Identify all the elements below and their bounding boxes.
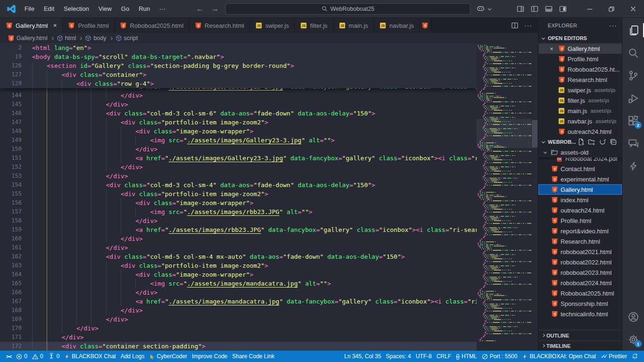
status-0[interactable]: 0 — [14, 351, 30, 362]
close-tab-icon[interactable]: × — [53, 22, 57, 29]
tree-item-roboboat2021.html[interactable]: 5roboboat2021.html — [538, 247, 622, 257]
status-ln-345-col-35[interactable]: Ln 345, Col 35 — [342, 351, 383, 362]
copilot-menu[interactable] — [476, 4, 493, 13]
toggle-panel-left-icon[interactable] — [531, 5, 538, 13]
menu-go[interactable]: Go — [117, 3, 133, 14]
breadcrumb-body[interactable]: body — [85, 35, 106, 41]
tree-item-Research.html[interactable]: 5Research.html — [538, 236, 622, 247]
status-remote-icon[interactable]: >< — [4, 351, 14, 362]
tree-item-roboboat2022.html[interactable]: 5roboboat2022.html — [538, 257, 622, 267]
menu-file[interactable]: File — [20, 3, 39, 14]
tree-item-outreach24.html[interactable]: 5outreach24.html — [538, 205, 622, 215]
tab-filter.js[interactable]: JSfilter.js — [295, 18, 333, 33]
status-crlf[interactable]: CRLF — [434, 351, 454, 362]
scrollbar-thumb[interactable] — [532, 120, 537, 148]
search-icon[interactable] — [622, 41, 644, 64]
close-editor-icon[interactable]: × — [548, 45, 555, 52]
status-cybercoder[interactable]: CyberCoder — [147, 351, 190, 362]
tree-item-experimental.html[interactable]: 5experimental.html — [538, 174, 622, 184]
breadcrumb-script[interactable]: script — [116, 35, 138, 41]
open-editor-filter.js[interactable]: JSfilter.jsassets\js — [538, 95, 622, 106]
editor-more-actions[interactable]: ··· — [524, 22, 532, 29]
open-editor-main.js[interactable]: JSmain.jsassets\js — [538, 106, 622, 116]
open-editor-Roboboat2025.ht...[interactable]: 5Roboboat2025.ht... — [538, 64, 622, 74]
tree-item-Gallery.html[interactable]: 5Gallery.html — [538, 184, 622, 195]
bolt-icon[interactable] — [622, 155, 644, 177]
tab-main.js[interactable]: JSmain.js — [333, 18, 374, 33]
timeline-section[interactable]: TIMELINE — [538, 340, 622, 351]
tree-item-Profile.html[interactable]: 5Profile.html — [538, 215, 622, 226]
status-bell-icon[interactable] — [629, 351, 640, 362]
menu-edit[interactable]: Edit — [40, 3, 58, 14]
code-editor[interactable]: 143<a href="./assets/images/Gallery23-2.… — [0, 43, 477, 351]
open-editor-Gallery.html[interactable]: ×5Gallery.html — [538, 43, 622, 54]
status-blackboxai-open-chat[interactable]: BLACKBOXAI: Open Chat — [520, 351, 598, 362]
chat-icon[interactable] — [622, 132, 644, 155]
breadcrumb-html[interactable]: html — [57, 35, 76, 41]
open-editors-header[interactable]: OPEN EDITORS — [538, 33, 622, 43]
tree-item-clipped[interactable]: PDF Roboboat 2024.pdf — [538, 157, 622, 164]
new-folder-icon[interactable] — [588, 138, 595, 146]
tree-item-Contact.html[interactable]: 5Contact.html — [538, 164, 622, 174]
status-0[interactable]: 0 — [46, 351, 62, 362]
extensions-icon[interactable]: 2 — [622, 109, 644, 132]
close-window-button[interactable] — [622, 0, 644, 17]
status-html[interactable]: {̴}HTML — [454, 351, 479, 362]
tab-Research.html[interactable]: 5Research.html — [189, 18, 250, 33]
tree-item-index.html[interactable]: 5index.html — [538, 195, 622, 205]
history-forward-icon[interactable]: → — [211, 5, 219, 13]
collapse-folders-icon[interactable] — [610, 138, 617, 146]
minimap[interactable] — [477, 43, 531, 351]
settings-gear-icon[interactable]: 1 — [622, 328, 644, 351]
tab-navbar.js[interactable]: JSnavbar.js — [374, 18, 420, 33]
tree-item-Sponsorship.html[interactable]: 5Sponsorship.html — [538, 298, 622, 309]
tree-item-roboboat2024.html[interactable]: 5roboboat2024.html — [538, 278, 622, 288]
split-editor-icon[interactable] — [511, 22, 519, 29]
files-icon[interactable] — [622, 19, 644, 41]
status-utf-8[interactable]: UTF-8 — [413, 351, 434, 362]
open-editor-swiper.js[interactable]: JSswiper.jsassets\js — [538, 85, 622, 95]
open-editor-Research.html[interactable]: 5Research.html — [538, 74, 622, 85]
account-icon[interactable] — [622, 305, 644, 328]
tree-item-technicalinfo.html[interactable]: 5technicalinfo.html — [538, 309, 622, 319]
history-back-icon[interactable]: ← — [196, 5, 204, 13]
menu-[interactable]: ··· — [155, 3, 170, 14]
minimize-button[interactable] — [579, 0, 601, 17]
run-debug-icon[interactable] — [622, 87, 644, 109]
customize-layout-icon[interactable] — [517, 5, 524, 13]
status-port-5500[interactable]: Port : 5500 — [479, 351, 520, 362]
tree-item-Roboboat2025.html[interactable]: 5Roboboat2025.html — [538, 288, 622, 298]
tree-folder-assets-old[interactable]: assets-old — [538, 147, 622, 157]
toggle-panel-right-icon[interactable] — [559, 5, 567, 13]
status-share-code-link[interactable]: Share Code Link — [230, 351, 276, 362]
breadcrumb-file[interactable]: 5Gallery.html — [7, 34, 48, 42]
open-editor-outreach24.html[interactable]: 5outreach24.html — [538, 126, 622, 137]
tab-Roboboat2025.html[interactable]: 5Roboboat2025.html — [115, 18, 189, 33]
tab-Profile.html[interactable]: 5Profile.html — [63, 18, 115, 33]
open-editor-Profile.html[interactable]: 5Profile.html — [538, 54, 622, 64]
outline-section[interactable]: OUTLINE — [538, 330, 622, 340]
status-spaces-4[interactable]: Spaces: 4 — [383, 351, 413, 362]
menu-view[interactable]: View — [94, 3, 116, 14]
new-file-icon[interactable] — [577, 138, 585, 146]
sidebar-more-actions[interactable]: ··· — [609, 22, 617, 29]
open-editor-navbar.js[interactable]: JSnavbar.jsassets\js — [538, 116, 622, 126]
tab-Gallery.html[interactable]: 5Gallery.html× — [0, 18, 63, 33]
tree-item-roboboat2023.html[interactable]: 5roboboat2023.html — [538, 267, 622, 278]
menu-run[interactable]: Run — [134, 3, 154, 14]
toggle-panel-bottom-icon[interactable] — [545, 5, 553, 13]
status-blackbox-chat[interactable]: BLACKBOX Chat — [62, 351, 118, 362]
status-improve-code[interactable]: Improve Code — [190, 351, 230, 362]
refresh-explorer-icon[interactable] — [599, 138, 606, 146]
minimap-slider[interactable] — [477, 119, 531, 148]
status-prettier[interactable]: ✓✓Prettier — [598, 351, 629, 362]
command-center-search[interactable]: WebRoboboat25 — [225, 3, 471, 15]
restore-button[interactable] — [601, 0, 622, 17]
workspace-header[interactable]: WEBROB... — [538, 137, 622, 147]
breadcrumb[interactable]: 5Gallery.htmlhtmlbodyscript — [0, 33, 538, 43]
source-control-icon[interactable] — [622, 64, 644, 87]
vertical-scrollbar[interactable] — [531, 43, 538, 351]
tab-partial[interactable]: 5 — [420, 18, 431, 33]
status-0[interactable]: 0 — [30, 351, 46, 362]
tree-item-report&video.html[interactable]: 5report&video.html — [538, 226, 622, 236]
